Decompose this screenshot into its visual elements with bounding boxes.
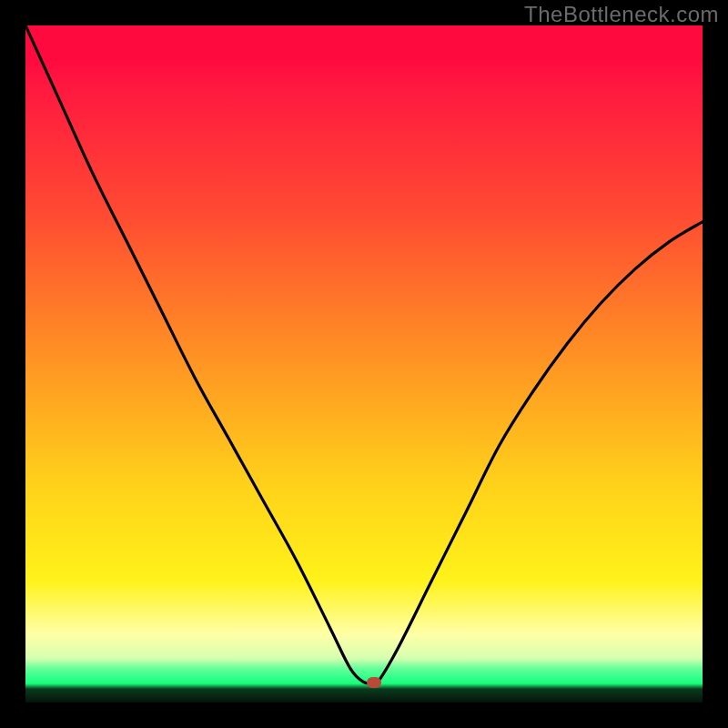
bottleneck-curve xyxy=(25,25,703,703)
chart-frame: TheBottleneck.com xyxy=(0,0,728,728)
optimum-marker xyxy=(367,677,381,688)
plot-area xyxy=(25,25,703,703)
watermark-text: TheBottleneck.com xyxy=(524,2,719,27)
